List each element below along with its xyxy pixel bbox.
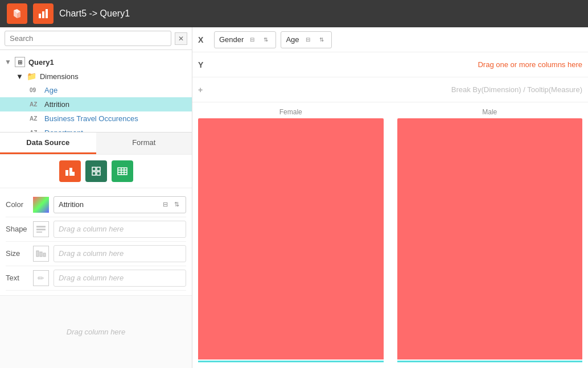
table-button[interactable]	[112, 160, 133, 182]
tab-bar: Data Source Format	[0, 132, 192, 154]
prop-label-size: Size	[6, 249, 33, 258]
tree-root-query1[interactable]: ▼ ⊞ Query1	[0, 55, 192, 69]
tree-item-department[interactable]: AZ Department	[0, 126, 192, 132]
chart-col-label-male: Male	[482, 108, 497, 116]
item-label-attrition: Attrition	[44, 100, 69, 109]
left-panel: ✕ ▼ ⊞ Query1 ▼ 📁 Dimensions 09 Age AZ	[0, 27, 192, 368]
header: Chart5 -> Query1	[0, 0, 588, 27]
color-field-value: Attrition	[59, 200, 158, 209]
chart-column-male: Male	[397, 108, 583, 362]
text-placeholder: Drag a column here	[59, 274, 181, 282]
svg-rect-10	[118, 168, 127, 175]
filter-icon[interactable]: ⊟	[161, 200, 170, 209]
bottom-toolbar	[0, 154, 192, 188]
tree-item-business-travel[interactable]: AZ Business Travel Occurences	[0, 111, 192, 126]
plus-label: +	[198, 85, 209, 94]
svg-rect-16	[36, 229, 46, 230]
axis-pill-age[interactable]: Age ⊟ ⇅	[281, 31, 331, 48]
header-title: Chart5 -> Query1	[59, 9, 130, 19]
footer-drag-zone[interactable]: Drag column here	[0, 295, 192, 369]
grid-button[interactable]	[85, 160, 107, 182]
svg-rect-4	[69, 168, 72, 176]
chart-area: Female Male	[192, 102, 588, 368]
text-icon: ✏	[33, 270, 49, 286]
filter-icon-gender[interactable]: ⊟	[247, 35, 257, 45]
axis-pill-gender[interactable]: Gender ⊟ ⇅	[214, 31, 276, 48]
expand-icon: ▼	[16, 72, 23, 81]
shape-icon	[33, 221, 49, 237]
svg-rect-3	[65, 170, 68, 176]
type-badge-attrition: AZ	[30, 101, 40, 107]
search-bar: ✕	[0, 27, 192, 50]
y-label: Y	[198, 60, 209, 69]
y-drag-hint: Drag one or more columns here	[214, 60, 582, 69]
folder-icon: 📁	[27, 72, 36, 81]
x-label: X	[198, 35, 209, 44]
size-drag-field[interactable]: Drag a column here	[54, 245, 186, 262]
axis-row-x: X Gender ⊟ ⇅ Age ⊟ ⇅	[192, 27, 588, 52]
svg-rect-5	[72, 172, 75, 176]
svg-rect-2	[46, 9, 48, 18]
chart-base-male	[397, 361, 583, 362]
bar-chart-button[interactable]	[59, 160, 81, 182]
tree-item-attrition[interactable]: AZ Attrition	[0, 97, 192, 111]
tree-area: ▼ ⊞ Query1 ▼ 📁 Dimensions 09 Age AZ Attr…	[0, 50, 192, 132]
prop-label-text: Text	[6, 274, 33, 282]
color-field[interactable]: Attrition ⊟ ⇅	[54, 196, 186, 213]
tab-format[interactable]: Format	[96, 133, 192, 154]
main-container: ✕ ▼ ⊞ Query1 ▼ 📁 Dimensions 09 Age AZ	[0, 27, 588, 368]
prop-row-text: Text ✏ Drag a column here	[6, 266, 186, 291]
svg-rect-19	[40, 252, 42, 257]
prop-row-shape: Shape Drag a column here	[6, 217, 186, 242]
chart-icon	[33, 3, 54, 24]
shape-placeholder: Drag a column here	[59, 225, 181, 233]
type-badge-bt: AZ	[30, 115, 40, 122]
properties-area: Color Attrition ⊟ ⇅ Shape	[0, 188, 192, 295]
search-close-button[interactable]: ✕	[175, 32, 187, 45]
chart-column-female: Female	[198, 108, 384, 362]
table-icon: ⊞	[15, 57, 25, 67]
color-swatch	[33, 197, 49, 213]
tree-item-age[interactable]: 09 Age	[0, 83, 192, 97]
sort-icon[interactable]: ⇅	[172, 200, 181, 209]
app-icon	[7, 3, 27, 24]
text-drag-field[interactable]: Drag a column here	[54, 270, 186, 287]
item-label-age: Age	[44, 86, 57, 94]
tree-folder-dimensions[interactable]: ▼ 📁 Dimensions	[0, 69, 192, 83]
prop-row-color: Color Attrition ⊟ ⇅	[6, 193, 186, 217]
size-placeholder: Drag a column here	[59, 249, 181, 258]
axis-pill-gender-text: Gender	[219, 35, 244, 44]
svg-rect-1	[42, 11, 44, 18]
filter-icon-age[interactable]: ⊟	[303, 35, 313, 45]
break-by-hint: Break By(Dimension) / Tooltip(Measure)	[214, 85, 582, 94]
svg-rect-15	[36, 226, 46, 228]
footer-drag-label: Drag column here	[67, 328, 125, 336]
sort-icon-age[interactable]: ⇅	[316, 35, 327, 45]
right-panel: X Gender ⊟ ⇅ Age ⊟ ⇅ Y Drag one or more …	[192, 27, 588, 368]
folder-label: Dimensions	[40, 72, 79, 81]
chart-bar-male	[397, 118, 583, 359]
axis-row-y: Y Drag one or more columns here	[192, 52, 588, 77]
svg-rect-18	[36, 251, 39, 257]
item-label-bt: Business Travel Occurences	[44, 114, 138, 123]
tab-data-source[interactable]: Data Source	[0, 133, 96, 154]
prop-label-shape: Shape	[6, 225, 33, 233]
svg-rect-9	[97, 172, 100, 175]
svg-rect-6	[92, 167, 96, 171]
prop-label-color: Color	[6, 200, 33, 209]
type-badge-age: 09	[30, 87, 40, 93]
tree-root-label: Query1	[28, 58, 54, 67]
shape-drag-field[interactable]: Drag a column here	[54, 221, 186, 238]
axis-row-plus: + Break By(Dimension) / Tooltip(Measure)	[192, 77, 588, 102]
expand-icon: ▼	[5, 58, 11, 66]
svg-rect-20	[43, 253, 46, 257]
svg-rect-17	[36, 231, 42, 233]
prop-row-size: Size Drag a column here	[6, 242, 186, 266]
axis-pill-age-text: Age	[286, 35, 299, 44]
svg-rect-8	[92, 172, 96, 175]
svg-rect-0	[39, 14, 41, 18]
chart-bar-female	[198, 118, 384, 359]
chart-col-label-female: Female	[279, 108, 302, 116]
sort-icon-gender[interactable]: ⇅	[261, 35, 271, 45]
search-input[interactable]	[5, 31, 171, 46]
